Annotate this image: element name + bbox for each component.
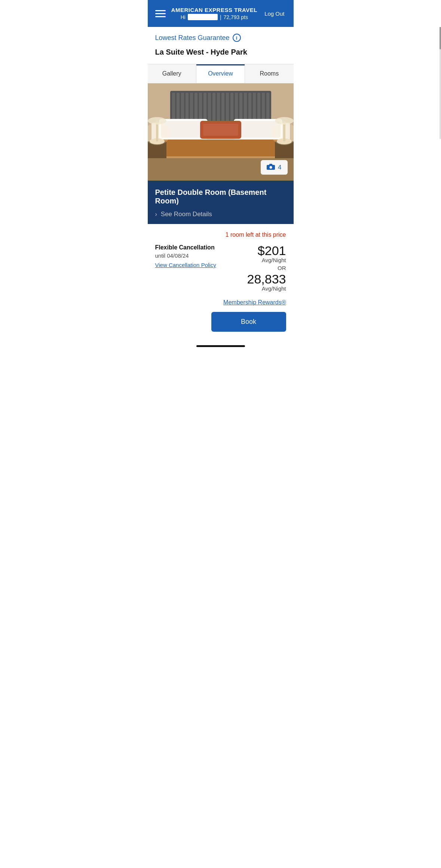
tab-overview[interactable]: Overview	[196, 64, 245, 83]
brand-suffix: TRAVEL	[234, 7, 257, 13]
tab-rooms[interactable]: Rooms	[245, 64, 293, 83]
room-image-container: 4	[148, 83, 294, 181]
hamburger-line-3	[155, 16, 166, 17]
header-brand-section: AMERICAN EXPRESS TRAVEL Hi | 72,793 pts	[167, 7, 262, 20]
guarantee-bar: Lowest Rates Guarantee i	[148, 27, 294, 45]
price-amount: $201	[247, 244, 286, 257]
bottom-indicator-section	[148, 341, 294, 355]
cancellation-info: Flexible Cancellation until 04/08/24 Vie…	[155, 244, 247, 268]
points-per-night: Avg/Night	[247, 285, 286, 292]
points-display: 72,793 pts	[224, 14, 248, 20]
svg-rect-27	[151, 139, 290, 156]
room-type: Petite Double Room (Basement Room)	[155, 188, 286, 205]
room-info-banner: Petite Double Room (Basement Room) › See…	[148, 181, 294, 224]
svg-rect-33	[203, 124, 238, 136]
flexible-cancellation-title: Flexible Cancellation	[155, 244, 247, 251]
membership-rewards-link[interactable]: Membership Rewards®	[223, 299, 286, 306]
hamburger-line-2	[155, 13, 166, 14]
booking-section: 1 room left at this price Flexible Cance…	[148, 224, 294, 292]
points-separator: |	[220, 14, 221, 20]
guarantee-text: Lowest Rates Guarantee	[155, 34, 230, 42]
menu-button[interactable]	[154, 9, 167, 19]
home-indicator	[196, 345, 245, 347]
see-room-details-text: See Room Details	[161, 211, 212, 218]
camera-icon	[267, 163, 275, 172]
price-per-night: Avg/Night	[247, 257, 286, 263]
app-header: AMERICAN EXPRESS TRAVEL Hi | 72,793 pts …	[148, 0, 294, 27]
view-policy-link[interactable]: View Cancellation Policy	[155, 262, 247, 268]
info-icon[interactable]: i	[233, 34, 241, 42]
book-section: Book	[148, 306, 294, 341]
photo-count-badge[interactable]: 4	[261, 160, 287, 175]
user-name	[188, 14, 218, 20]
price-info: $201 Avg/Night OR 28,833 Avg/Night	[247, 244, 286, 292]
hotel-name-section: La Suite West - Hyde Park	[148, 45, 294, 64]
points-amount: 28,833	[247, 273, 286, 285]
brand-prefix: AMERICAN EXPRESS	[171, 7, 235, 13]
booking-row: Flexible Cancellation until 04/08/24 Vie…	[155, 244, 286, 292]
or-divider: OR	[247, 265, 286, 271]
rooms-left-text: 1 room left at this price	[155, 231, 286, 238]
membership-section: Membership Rewards®	[148, 292, 294, 306]
tab-bar: Gallery Overview Rooms	[148, 64, 294, 83]
book-button[interactable]: Book	[211, 312, 286, 332]
brand-name: AMERICAN EXPRESS TRAVEL	[167, 7, 262, 13]
header-user-info: Hi | 72,793 pts	[167, 14, 262, 20]
svg-point-45	[270, 166, 272, 169]
greeting-text: Hi	[181, 14, 186, 20]
cancellation-until: until 04/08/24	[155, 252, 247, 259]
photo-count: 4	[278, 164, 281, 171]
logout-button[interactable]: Log Out	[261, 9, 287, 18]
chevron-right-icon: ›	[155, 211, 157, 218]
see-room-details-link[interactable]: › See Room Details	[155, 211, 286, 218]
tab-gallery[interactable]: Gallery	[148, 64, 196, 83]
hamburger-line-1	[155, 10, 166, 11]
hotel-name: La Suite West - Hyde Park	[155, 48, 286, 56]
